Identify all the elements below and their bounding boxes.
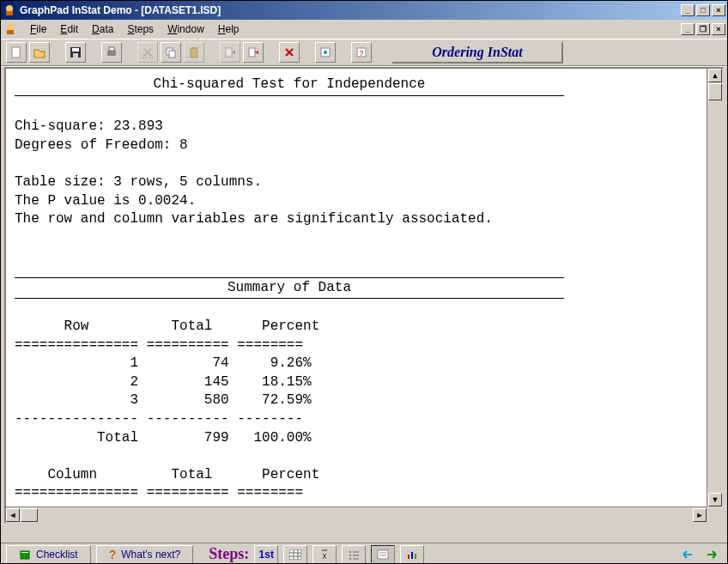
xbar-icon: x: [318, 549, 331, 560]
menu-help[interactable]: Help: [211, 21, 246, 37]
menu-file[interactable]: File: [23, 21, 53, 37]
scroll-down-button[interactable]: ▼: [708, 493, 722, 506]
delete-button[interactable]: [279, 42, 300, 63]
paste-button[interactable]: [184, 42, 204, 63]
grid-icon: [289, 549, 301, 560]
options-button[interactable]: [315, 42, 336, 63]
whats-next-label: What's next?: [121, 549, 180, 561]
close-button[interactable]: ×: [712, 4, 725, 16]
svg-rect-7: [73, 53, 78, 58]
results-text: Chi-squared Test for Independence Chi-sq…: [6, 69, 700, 505]
content-wrap: Chi-squared Test for Independence Chi-sq…: [1, 66, 727, 543]
mdi-controls: _ ❐ ×: [681, 23, 725, 35]
svg-rect-24: [289, 549, 301, 560]
dof-value: Degrees of Freedom: 8: [15, 137, 188, 153]
svg-rect-42: [415, 554, 416, 559]
maximize-button[interactable]: □: [696, 4, 710, 16]
row-data-1: 1 74 9.26%: [15, 355, 312, 371]
svg-point-33: [349, 555, 351, 556]
row-data-3: 3 580 72.59%: [15, 392, 312, 408]
results-pane: Chi-squared Test for Independence Chi-sq…: [4, 67, 724, 524]
menu-edit[interactable]: Edit: [53, 21, 85, 37]
mdi-restore-button[interactable]: ❐: [696, 23, 710, 35]
step-data-button[interactable]: [283, 545, 307, 564]
svg-point-0: [6, 5, 13, 12]
row-data-2: 2 145 18.15%: [15, 374, 312, 390]
svg-rect-15: [192, 47, 196, 49]
cut-button[interactable]: [137, 42, 158, 63]
svg-rect-3: [7, 30, 14, 34]
row-header: Row Total Percent: [15, 318, 319, 334]
window-controls: _ □ ×: [681, 4, 725, 16]
print-button[interactable]: [101, 42, 122, 63]
svg-point-31: [349, 551, 351, 553]
svg-point-35: [349, 558, 351, 560]
export-button[interactable]: [243, 42, 264, 63]
horizontal-scrollbar[interactable]: ◄ ►: [6, 506, 707, 522]
svg-rect-41: [411, 552, 413, 559]
scroll-right-button[interactable]: ►: [693, 508, 707, 522]
checklist-label: Checklist: [36, 549, 78, 561]
arrow-left-icon: [680, 549, 695, 561]
svg-rect-1: [6, 11, 13, 15]
scroll-up-button[interactable]: ▲: [708, 69, 722, 82]
mdi-minimize-button[interactable]: _: [681, 23, 695, 35]
scroll-thumb-v[interactable]: [708, 83, 722, 100]
vertical-scrollbar[interactable]: ▲ ▼: [707, 69, 722, 506]
list-icon: [348, 549, 360, 560]
whats-next-button[interactable]: ? What's next?: [96, 545, 194, 564]
menu-data[interactable]: Data: [85, 21, 120, 37]
chart-icon: [406, 549, 418, 560]
save-button[interactable]: [65, 42, 86, 63]
minimize-button[interactable]: _: [681, 4, 695, 16]
steps-label: Steps:: [209, 545, 249, 563]
svg-rect-14: [191, 48, 197, 58]
row-rule-top: =============== ========== ========: [15, 337, 303, 353]
step-stats-button[interactable]: x: [312, 545, 337, 564]
scroll-left-button[interactable]: ◄: [6, 508, 20, 522]
step-list-button[interactable]: [342, 545, 366, 564]
window-title: GraphPad InStat Demo - [DATASET1.ISD]: [20, 4, 681, 16]
step-graph-button[interactable]: [400, 545, 424, 564]
svg-rect-16: [226, 48, 232, 57]
import-button[interactable]: [220, 42, 240, 63]
open-button[interactable]: [29, 42, 50, 63]
col-rule: =============== ========== ========: [15, 485, 303, 500]
toolbar: ? Ordering InStat: [1, 39, 727, 66]
title-bar: GraphPad InStat Demo - [DATASET1.ISD] _ …: [1, 1, 727, 20]
row-rule-mid: --------------- ---------- --------: [15, 411, 303, 427]
svg-rect-4: [12, 47, 20, 58]
ordering-instat-button[interactable]: Ordering InStat: [391, 41, 563, 64]
svg-rect-37: [378, 550, 388, 559]
book-icon: [19, 549, 31, 561]
menu-steps[interactable]: Steps: [120, 21, 161, 37]
mdi-close-button[interactable]: ×: [712, 23, 725, 35]
question-icon: ?: [109, 548, 117, 561]
bottom-bar: Checklist ? What's next? Steps: 1st x: [1, 543, 727, 564]
doc-icon: [3, 21, 18, 37]
scroll-corner: [707, 506, 722, 522]
step-1st-button[interactable]: 1st: [254, 545, 278, 564]
svg-rect-40: [408, 555, 410, 559]
svg-rect-9: [109, 47, 114, 51]
table-size-line: Table size: 3 rows, 5 columns.: [15, 174, 262, 190]
svg-point-2: [7, 24, 14, 31]
next-step-button[interactable]: [701, 546, 722, 563]
nav-arrows: [677, 546, 722, 563]
chi-square-value: Chi-square: 23.893: [15, 118, 163, 134]
scroll-thumb-h[interactable]: [21, 508, 38, 522]
step-results-button[interactable]: [371, 545, 395, 564]
svg-text:?: ?: [359, 49, 363, 58]
svg-rect-23: [21, 552, 28, 553]
section-title-summary: Summary of Data: [15, 277, 564, 300]
copy-button[interactable]: [161, 42, 181, 63]
help-button[interactable]: ?: [351, 42, 372, 63]
svg-point-19: [324, 51, 327, 54]
checklist-button[interactable]: Checklist: [6, 545, 91, 564]
prev-step-button[interactable]: [677, 546, 698, 563]
arrow-right-icon: [704, 549, 719, 561]
menu-window[interactable]: Window: [161, 21, 211, 37]
new-button[interactable]: [6, 42, 27, 63]
svg-rect-17: [249, 48, 255, 57]
menu-bar: File Edit Data Steps Window Help _ ❐ ×: [1, 20, 727, 39]
